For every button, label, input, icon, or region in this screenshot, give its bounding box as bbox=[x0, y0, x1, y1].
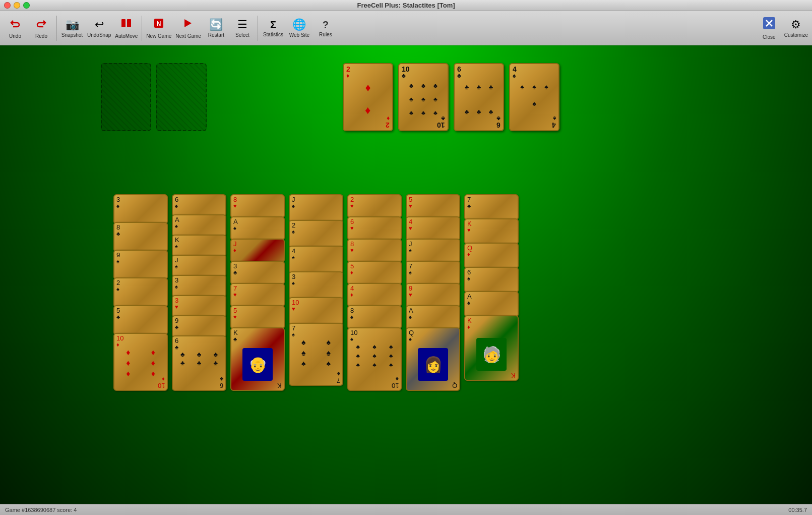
select-button[interactable]: ☰ Select bbox=[229, 13, 256, 44]
card-suit-bottom: ♠ bbox=[553, 115, 556, 122]
card-Js[interactable]: J ♠ bbox=[172, 255, 226, 277]
card-Js3[interactable]: J ♠ bbox=[406, 239, 460, 263]
card-6c[interactable]: 6 ♣ ♣♣♣♣♣♣ 6 ♣ bbox=[172, 335, 226, 391]
card-Js2[interactable]: J ♠ bbox=[289, 194, 343, 222]
foundation-area: 2 ♦ ♦ ♦ 2 ♦ 10 ♣ ♣♣♣ ♣♣♣ ♣♣♣ 10 ♣ 6 ♣ bbox=[343, 63, 559, 131]
newgame-button[interactable]: N New Game bbox=[144, 13, 173, 44]
card-center-suits: ♦ ♦ bbox=[350, 79, 386, 120]
card-10h[interactable]: 10 ♥ bbox=[289, 297, 343, 325]
card-5d[interactable]: 5 ♦ bbox=[347, 261, 402, 285]
statistics-label: Statistics bbox=[263, 32, 283, 37]
card-7s[interactable]: 7 ♠ ♠♠♠♠♠♠ 7 ♠ bbox=[289, 323, 343, 386]
card-center-suits: ♣♣♣ ♣♣♣ bbox=[461, 79, 496, 120]
card-suit: ♣ bbox=[457, 72, 461, 79]
card-7c[interactable]: 7 ♣ bbox=[464, 194, 519, 220]
card-3s3[interactable]: 3 ♠ bbox=[289, 271, 343, 299]
card-Ks[interactable]: K ♠ bbox=[172, 235, 226, 257]
automove-button[interactable]: AutoMove bbox=[113, 13, 140, 44]
card-Qd[interactable]: Q ♦ bbox=[464, 243, 519, 269]
queen-face: 👩 bbox=[418, 348, 448, 381]
foundation-card-1[interactable]: 2 ♦ ♦ ♦ 2 ♦ bbox=[343, 63, 393, 131]
statistics-icon: Σ bbox=[270, 19, 276, 31]
statistics-button[interactable]: Σ Statistics bbox=[260, 13, 286, 44]
card-5c[interactable]: 5 ♣ bbox=[113, 305, 168, 335]
card-Qc-face[interactable]: Q ♠ 👩 Q bbox=[406, 327, 460, 391]
customize-button[interactable]: ⚙ Customize bbox=[782, 13, 810, 44]
card-3h[interactable]: 3 ♥ bbox=[172, 295, 226, 317]
card-Jd[interactable]: J ♦ bbox=[230, 239, 285, 263]
card-9h[interactable]: 9 ♥ bbox=[406, 283, 460, 307]
card-3s2[interactable]: 3 ♠ bbox=[172, 275, 226, 297]
card-10d[interactable]: 10 ♦ ♦♦♦♦♦♦ 10 ♦ bbox=[113, 333, 168, 391]
card-4s[interactable]: 4 ♠ bbox=[289, 246, 343, 273]
card-suit: ♣ bbox=[402, 72, 406, 79]
card-rank-bottom: 6 bbox=[496, 122, 501, 129]
card-suit-bottom: ♣ bbox=[441, 115, 445, 122]
card-3c[interactable]: 3 ♣ bbox=[230, 261, 285, 285]
card-5h2[interactable]: 5 ♥ bbox=[230, 305, 285, 329]
nextgame-label: Next Game bbox=[175, 33, 201, 39]
redo-button[interactable]: Redo bbox=[28, 13, 54, 44]
card-8s[interactable]: 8 ♠ bbox=[347, 305, 402, 329]
card-9c[interactable]: 9 ♣ bbox=[172, 315, 226, 337]
rules-button[interactable]: ? Rules bbox=[313, 13, 339, 44]
card-Kd-face[interactable]: K ♦ 🧓 K bbox=[464, 315, 519, 381]
nextgame-button[interactable]: Next Game bbox=[173, 13, 203, 44]
card-9s[interactable]: 9 ♠ bbox=[113, 250, 168, 280]
foundation-card-3[interactable]: 6 ♣ ♣♣♣ ♣♣♣ 6 ♣ bbox=[454, 63, 504, 131]
separator-2 bbox=[142, 16, 142, 41]
column-1: 3 ♠ 8 ♣ 9 ♠ 2 ♠ 5 ♣ 10 ♦ bbox=[113, 194, 168, 391]
card-rank: 4 bbox=[513, 66, 517, 73]
undosnap-icon: ↩ bbox=[95, 18, 104, 31]
undosnap-button[interactable]: ↩ UndoSnap bbox=[85, 13, 113, 44]
foundation-card-4[interactable]: 4 ♠ ♠♠♠ ♠ 4 ♠ bbox=[509, 63, 559, 131]
card-8h[interactable]: 8 ♥ bbox=[230, 194, 285, 218]
columns-area: 3 ♠ 8 ♣ 9 ♠ 2 ♠ 5 ♣ 10 ♦ bbox=[113, 194, 519, 431]
card-6h[interactable]: 6 ♥ bbox=[347, 216, 402, 241]
status-right: 00:35.7 bbox=[788, 507, 807, 513]
freecell-slot-1[interactable] bbox=[101, 63, 151, 131]
freecell-slot-2[interactable] bbox=[156, 63, 207, 131]
close-window-icon bbox=[762, 16, 776, 33]
column-7: 7 ♣ K ♥ Q ♦ 6 ♠ A ♠ K ♦ 🧓 bbox=[464, 194, 519, 396]
card-4d[interactable]: 4 ♦ bbox=[347, 283, 402, 307]
restart-label: Restart bbox=[208, 32, 224, 38]
close-window-button[interactable]: Close bbox=[756, 13, 782, 44]
close-button[interactable] bbox=[4, 2, 11, 9]
undo-button[interactable]: Undo bbox=[2, 13, 28, 44]
maximize-button[interactable] bbox=[23, 2, 30, 9]
card-2s[interactable]: 2 ♠ bbox=[113, 277, 168, 308]
card-4h[interactable]: 4 ♥ bbox=[406, 216, 460, 241]
card-7s2[interactable]: 7 ♠ bbox=[406, 261, 460, 285]
automove-icon bbox=[120, 17, 133, 32]
card-As[interactable]: A ♠ bbox=[172, 214, 226, 237]
card-2s2[interactable]: 2 ♠ bbox=[289, 220, 343, 248]
card-As4[interactable]: A ♠ bbox=[464, 291, 519, 317]
card-7h[interactable]: 7 ♥ bbox=[230, 283, 285, 307]
card-6s[interactable]: 6 ♠ bbox=[172, 194, 226, 216]
card-10s[interactable]: 10 ♠ ♠♠♠♠♠♠♠♠♠ 10 ♠ bbox=[347, 327, 402, 391]
card-center-suits: ♠♠♠ ♠ bbox=[517, 79, 552, 120]
card-Kh[interactable]: K ♥ bbox=[464, 218, 519, 245]
column-4: J ♠ 2 ♠ 4 ♠ 3 ♠ 10 ♥ 7 ♠ bbox=[289, 194, 343, 391]
card-As3[interactable]: A ♠ bbox=[406, 305, 460, 329]
website-button[interactable]: 🌐 Web Site bbox=[286, 13, 313, 44]
card-rank-bottom: 10 bbox=[437, 122, 445, 129]
card-2h[interactable]: 2 ♥ bbox=[347, 194, 402, 218]
card-3s[interactable]: 3 ♠ bbox=[113, 194, 168, 224]
website-label: Web Site bbox=[289, 32, 309, 38]
restart-button[interactable]: 🔄 Restart bbox=[203, 13, 229, 44]
card-8c[interactable]: 8 ♣ bbox=[113, 222, 168, 252]
rules-icon: ? bbox=[323, 19, 329, 31]
card-As2[interactable]: A ♠ bbox=[230, 216, 285, 241]
card-Kc-face[interactable]: K ♣ 👴 K bbox=[230, 327, 285, 391]
foundation-card-2[interactable]: 10 ♣ ♣♣♣ ♣♣♣ ♣♣♣ 10 ♣ bbox=[398, 63, 449, 131]
card-8h2[interactable]: 8 ♥ bbox=[347, 239, 402, 263]
card-6s2[interactable]: 6 ♠ bbox=[464, 267, 519, 293]
card-5h[interactable]: 5 ♥ bbox=[406, 194, 460, 218]
svg-rect-1 bbox=[127, 19, 131, 27]
card-rank: 2 bbox=[346, 66, 350, 73]
snapshot-button[interactable]: 📷 Snapshot bbox=[59, 13, 85, 44]
column-2: 6 ♠ A ♠ K ♠ J ♠ 3 ♠ 3 ♥ bbox=[172, 194, 226, 431]
minimize-button[interactable] bbox=[14, 2, 20, 9]
